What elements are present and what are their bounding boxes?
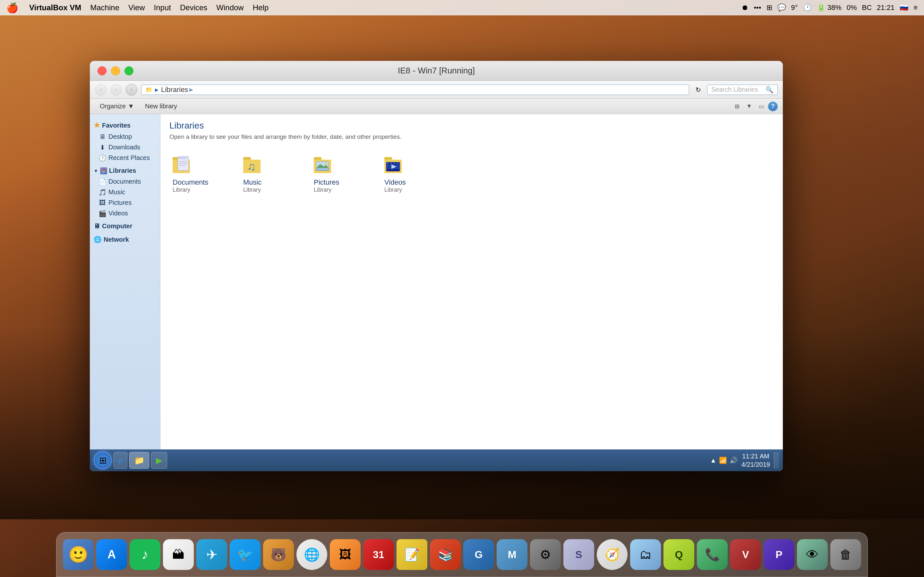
apple-menu[interactable]: 🍎 xyxy=(6,2,18,13)
window-title: IE8 - Win7 [Running] xyxy=(398,66,475,76)
view-dropdown-button[interactable]: ▼ xyxy=(744,102,754,111)
music-name-text: Music xyxy=(243,178,262,187)
videos-library-icon xyxy=(384,155,407,175)
music-library-icon: ♫ xyxy=(243,155,266,175)
taskbar-media-button[interactable]: ▶ xyxy=(151,452,167,469)
main-panel: Libraries Open a library to see your fil… xyxy=(160,114,783,455)
up-button[interactable]: ↑ xyxy=(126,84,137,95)
address-dropdown-arrow[interactable]: ▶ xyxy=(189,87,193,93)
favorites-header[interactable]: ★ Favorites xyxy=(90,119,160,131)
menubar-view[interactable]: View xyxy=(128,3,145,12)
dock-virtualbox[interactable]: V xyxy=(730,539,761,570)
maximize-button[interactable] xyxy=(124,66,134,75)
dock-telegram[interactable]: ✈ xyxy=(196,539,227,570)
menubar-help[interactable]: Help xyxy=(253,3,268,12)
chat-icon: 💬 xyxy=(777,3,786,12)
dock-preview2[interactable]: 👁 xyxy=(797,539,828,570)
language-flag: 🇷🇺 xyxy=(900,3,908,12)
preview-pane-button[interactable]: ▭ xyxy=(756,102,767,111)
address-libraries-text[interactable]: Libraries xyxy=(161,85,188,94)
dock-systemprefs[interactable]: ⚙ xyxy=(530,539,561,570)
menubar-machine[interactable]: Machine xyxy=(90,3,120,12)
svg-text:♫: ♫ xyxy=(247,160,256,173)
dock-grooveshark[interactable]: G xyxy=(463,539,494,570)
dock-bear[interactable]: 🐻 xyxy=(263,539,294,570)
minimize-button[interactable] xyxy=(111,66,120,75)
taskbar-ie-button[interactable]: e xyxy=(113,452,128,469)
menubar-input[interactable]: Input xyxy=(154,3,171,12)
dock-silvershark[interactable]: S xyxy=(564,539,594,570)
music-icon: 🎵 xyxy=(99,189,106,196)
refresh-button[interactable]: ↻ xyxy=(693,85,703,95)
section-title: Libraries xyxy=(170,121,774,131)
tray-arrow[interactable]: ▲ xyxy=(710,457,716,464)
svg-rect-24 xyxy=(386,169,400,171)
new-library-button[interactable]: New library xyxy=(140,101,182,112)
dock-twitterific[interactable]: 🐦 xyxy=(230,539,260,570)
close-button[interactable] xyxy=(97,66,107,75)
library-item-documents[interactable]: Documents Library xyxy=(170,151,234,197)
dock-finder[interactable]: 🙂 xyxy=(63,539,94,570)
dock-qbittorrent[interactable]: Q xyxy=(664,539,694,570)
dock-finder2[interactable]: 🗂 xyxy=(630,539,661,570)
system-tray: ▲ 📶 🔊 xyxy=(710,456,738,464)
dock-mango[interactable]: M xyxy=(497,539,527,570)
menubar-devices[interactable]: Devices xyxy=(180,3,207,12)
dock-appstore[interactable]: A xyxy=(96,539,127,570)
menubar-right: ⏺ ••• ⊞ 💬 9° 🕐 🔋 38% 0% BC 21:21 🇷🇺 ≡ xyxy=(741,3,918,12)
dock-spotify[interactable]: ♪ xyxy=(129,539,160,570)
library-item-music[interactable]: ♫ Music Library xyxy=(240,151,304,197)
dock-fantastical[interactable]: 31 xyxy=(363,539,394,570)
library-item-pictures[interactable]: Pictures Library xyxy=(310,151,375,197)
forward-button[interactable]: › xyxy=(110,84,122,95)
tray-speaker-icon: 🔊 xyxy=(730,456,738,464)
library-item-videos[interactable]: Videos Library xyxy=(381,151,445,197)
show-desktop-button[interactable] xyxy=(774,452,779,469)
documents-icon: 📄 xyxy=(99,178,106,185)
tray-network-icon: 📶 xyxy=(719,456,727,464)
sidebar-item-videos[interactable]: 🎬 Videos xyxy=(90,208,160,219)
sidebar-item-documents[interactable]: 📄 Documents xyxy=(90,176,160,187)
dock-stickies[interactable]: 📝 xyxy=(397,539,427,570)
recent-label: Recent Places xyxy=(108,154,150,161)
back-button[interactable]: ‹ xyxy=(95,84,107,95)
search-box[interactable]: Search Libraries 🔍 xyxy=(707,85,778,95)
start-button[interactable]: ⊞ xyxy=(94,451,111,469)
computer-icon: 🖥 xyxy=(94,222,100,230)
sidebar-item-recent[interactable]: 🕐 Recent Places xyxy=(90,153,160,163)
address-box[interactable]: 📁 ▸ Libraries ▶ xyxy=(141,85,689,95)
network-header[interactable]: 🌐 Network xyxy=(90,234,160,245)
libraries-nav-label: Libraries xyxy=(109,167,136,174)
favorites-star-icon: ★ xyxy=(94,121,100,129)
computer-header[interactable]: 🖥 Computer xyxy=(90,221,160,232)
desktop-label: Desktop xyxy=(108,133,132,140)
dock-proxyman[interactable]: P xyxy=(764,539,795,570)
help-button[interactable]: ? xyxy=(768,102,778,111)
dock-safari[interactable]: 🧭 xyxy=(597,539,628,570)
dock-books[interactable]: 📚 xyxy=(430,539,461,570)
address-breadcrumb-arrow: ▸ xyxy=(155,85,158,94)
sidebar-item-pictures[interactable]: 🖼 Pictures xyxy=(90,197,160,208)
view-mode-button[interactable]: ⊞ xyxy=(732,102,742,111)
sidebar-item-desktop[interactable]: 🖥 Desktop xyxy=(90,131,160,142)
dots-icon: ••• xyxy=(754,3,761,12)
sidebar-item-music[interactable]: 🎵 Music xyxy=(90,187,160,197)
clock-time: 11:21 AM xyxy=(741,452,770,460)
dock-facetime[interactable]: 📞 xyxy=(697,539,728,570)
dock-preview[interactable]: 🖼 xyxy=(330,539,360,570)
dock-photos[interactable]: 🏔 xyxy=(163,539,194,570)
sidebar-item-downloads[interactable]: ⬇ Downloads xyxy=(90,142,160,153)
dock-trash[interactable]: 🗑 xyxy=(830,539,861,570)
taskbar-clock[interactable]: 11:21 AM 4/21/2019 xyxy=(741,452,770,469)
organize-button[interactable]: Organize ▼ xyxy=(95,101,139,112)
menubar-window[interactable]: Window xyxy=(216,3,244,12)
documents-library-icon xyxy=(173,155,195,175)
menubar-virtualbox[interactable]: VirtualBox VM xyxy=(29,3,81,12)
libraries-nav-header[interactable]: ▼ 📚 Libraries xyxy=(90,165,160,176)
svg-rect-26 xyxy=(390,163,392,164)
keyboard-flag: BC xyxy=(862,3,872,12)
dock-chrome[interactable]: 🌐 xyxy=(296,539,327,570)
taskbar-explorer-button[interactable]: 📁 xyxy=(129,452,149,469)
clock-date: 4/21/2019 xyxy=(741,460,770,469)
record-icon: ⏺ xyxy=(741,3,748,12)
